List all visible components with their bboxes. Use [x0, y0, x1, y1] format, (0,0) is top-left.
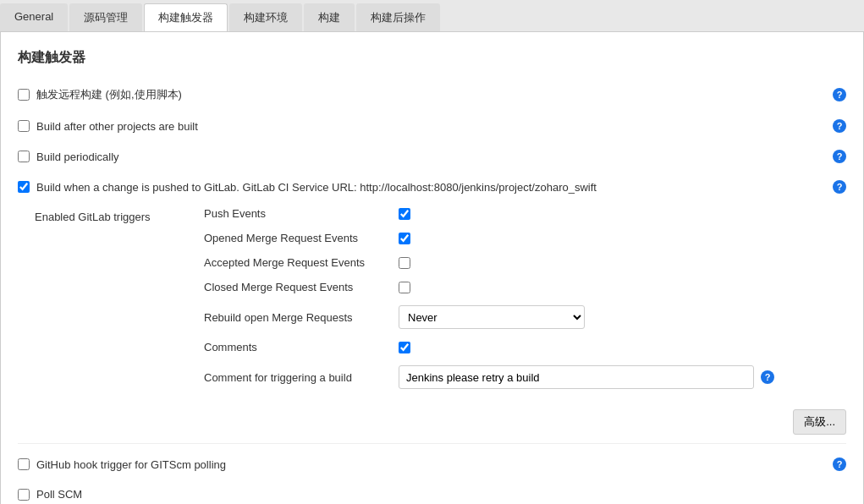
opened-merge-label: Opened Merge Request Events — [204, 232, 399, 244]
triggers-content: Push Events Opened Merge Request Events … — [204, 207, 846, 401]
page-title: 构建触发器 — [18, 49, 846, 67]
gitlab-push-label: Build when a change is pushed to GitLab.… — [36, 181, 597, 194]
tab-general[interactable]: General — [0, 3, 68, 31]
after-other-label: Build after other projects are built — [36, 120, 198, 133]
comment-trigger-help-icon[interactable]: ? — [761, 370, 774, 384]
accepted-merge-checkbox[interactable] — [399, 257, 410, 269]
after-other-row: Build after other projects are built ? — [18, 116, 846, 136]
closed-merge-label: Closed Merge Request Events — [204, 281, 399, 293]
comment-trigger-input[interactable] — [399, 365, 754, 389]
github-hook-row: GitHub hook trigger for GITScm polling ? — [18, 454, 846, 474]
tab-build[interactable]: 构建 — [304, 3, 355, 31]
poll-scm-checkbox[interactable] — [18, 489, 30, 501]
comments-row: Comments — [204, 341, 846, 353]
rebuild-open-row: Rebuild open Merge Requests Never On pus… — [204, 305, 846, 329]
tab-build-triggers[interactable]: 构建触发器 — [144, 3, 228, 31]
gitlab-push-help-icon[interactable]: ? — [833, 180, 846, 194]
rebuild-open-select[interactable]: Never On push to source branch On push t… — [399, 305, 585, 329]
closed-merge-row: Closed Merge Request Events — [204, 281, 846, 293]
gitlab-push-checkbox[interactable] — [18, 181, 30, 193]
divider-section: GitHub hook trigger for GITScm polling ?… — [18, 443, 846, 504]
poll-scm-label: Poll SCM — [36, 488, 82, 501]
remote-trigger-label: 触发远程构建 (例如,使用脚本) — [36, 87, 182, 102]
remote-trigger-checkbox[interactable] — [18, 89, 30, 101]
push-events-label: Push Events — [204, 207, 399, 220]
github-hook-checkbox[interactable] — [18, 458, 30, 470]
comments-checkbox[interactable] — [399, 342, 410, 353]
remote-trigger-row: 触发远程构建 (例如,使用脚本) ? — [18, 84, 846, 106]
comments-label: Comments — [204, 341, 399, 353]
periodically-row: Build periodically ? — [18, 146, 846, 167]
accepted-merge-row: Accepted Merge Request Events — [204, 256, 846, 269]
poll-scm-row: Poll SCM — [18, 485, 846, 504]
content-area: 构建触发器 触发远程构建 (例如,使用脚本) ? Build after oth… — [0, 32, 864, 504]
advanced-button[interactable]: 高级... — [793, 409, 846, 435]
github-hook-label: GitHub hook trigger for GITScm polling — [36, 458, 226, 471]
github-hook-help-icon[interactable]: ? — [833, 457, 846, 471]
tabs-bar: General 源码管理 构建触发器 构建环境 构建 构建后操作 — [0, 0, 864, 32]
accepted-merge-label: Accepted Merge Request Events — [204, 256, 399, 269]
closed-merge-checkbox[interactable] — [399, 282, 410, 293]
triggers-label: Enabled GitLab triggers — [35, 207, 204, 401]
rebuild-open-label: Rebuild open Merge Requests — [204, 311, 399, 324]
gitlab-triggers-block: Enabled GitLab triggers Push Events Open… — [35, 207, 846, 401]
push-events-row: Push Events — [204, 207, 846, 220]
after-other-checkbox[interactable] — [18, 120, 30, 132]
gitlab-push-row: Build when a change is pushed to GitLab.… — [18, 177, 846, 197]
periodically-help-icon[interactable]: ? — [833, 150, 846, 163]
periodically-label: Build periodically — [36, 151, 119, 163]
tab-post-build[interactable]: 构建后操作 — [356, 3, 440, 31]
tab-source[interactable]: 源码管理 — [69, 3, 142, 31]
opened-merge-row: Opened Merge Request Events — [204, 232, 846, 244]
remote-trigger-help-icon[interactable]: ? — [833, 88, 846, 101]
periodically-checkbox[interactable] — [18, 151, 30, 162]
comment-trigger-row: Comment for triggering a build ? — [204, 365, 846, 389]
advanced-btn-row: 高级... — [35, 409, 846, 435]
comment-trigger-label: Comment for triggering a build — [204, 371, 399, 384]
tab-build-env[interactable]: 构建环境 — [229, 3, 302, 31]
gitlab-section: Enabled GitLab triggers Push Events Open… — [18, 207, 846, 435]
opened-merge-checkbox[interactable] — [399, 233, 410, 244]
push-events-checkbox[interactable] — [399, 208, 410, 220]
after-other-help-icon[interactable]: ? — [833, 119, 846, 133]
